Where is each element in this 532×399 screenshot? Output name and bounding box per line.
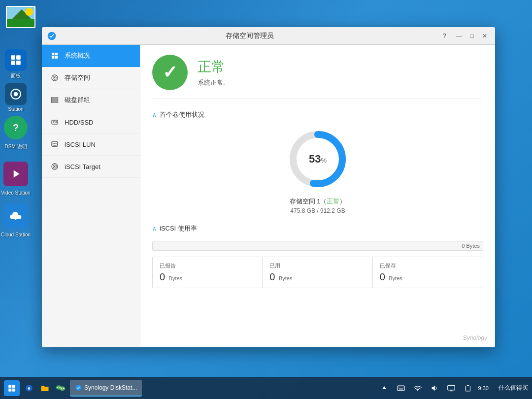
iscsi-used-unit: Bytes [279, 275, 293, 281]
svg-rect-12 [52, 53, 54, 55]
taskbar-wechat-icon[interactable] [54, 382, 67, 395]
taskbar-monitor-icon[interactable] [445, 382, 458, 395]
sidebar-item-hddssd[interactable]: HDD/SSD [42, 111, 140, 133]
iscsi-reported-unit: Bytes [169, 275, 183, 281]
sidebar-item-station[interactable]: Station [5, 83, 27, 112]
close-button[interactable]: ✕ [479, 31, 490, 41]
overview-icon [50, 51, 60, 61]
sidebar-item-iscsi-lun[interactable]: iSCSI LUN [42, 133, 140, 156]
dsm-icon[interactable]: ? [4, 116, 28, 139]
iscsi-reported-value: 0 Bytes [160, 271, 255, 283]
donut-chart: 53% [286, 127, 350, 191]
volume-section-header[interactable]: ∧ 首个卷使用状况 [152, 110, 483, 119]
status-main-label: 正常 [198, 58, 225, 76]
sidebar-label-diskgroup: 磁盘群组 [65, 96, 90, 104]
iscsi-used-value: 0 Bytes [269, 271, 365, 283]
svg-point-9 [14, 92, 18, 97]
iscsi-usage-bar: 0 Bytes [152, 241, 483, 251]
svg-rect-58 [466, 386, 470, 391]
svg-point-40 [57, 387, 58, 388]
donut-percent: 53 [309, 153, 321, 165]
status-ok-icon: ✓ [152, 55, 188, 90]
taskbar: e Synology DiskStat... [0, 377, 532, 399]
svg-marker-54 [432, 385, 434, 391]
taskbar-keyboard-icon[interactable] [395, 382, 407, 395]
window-icon [47, 31, 57, 41]
svg-point-43 [63, 388, 64, 389]
sidebar-label-iscsi-lun: iSCSI LUN [65, 141, 96, 148]
svg-rect-33 [12, 385, 15, 388]
svg-rect-13 [55, 53, 58, 55]
taskbar-start-button[interactable] [4, 380, 20, 396]
svg-marker-10 [14, 170, 20, 177]
svg-rect-32 [8, 385, 11, 388]
iscsi-stat-reported: 已报告 0 Bytes [153, 257, 263, 288]
hddssd-icon [50, 117, 60, 127]
status-text-block: 正常 系统正常. [198, 58, 225, 87]
minimize-button[interactable]: — [454, 31, 465, 41]
taskbar-clipboard-icon[interactable] [462, 382, 474, 395]
panel-icon-label: 面板 [11, 72, 21, 79]
taskbar-wifi-icon[interactable] [411, 382, 424, 395]
iscsi-stat-used: 已用 0 Bytes [263, 257, 372, 288]
taskbar-diskstation-label: Synology DiskStat... [84, 384, 137, 391]
taskbar-ie-icon[interactable]: e [23, 382, 35, 395]
status-section: ✓ 正常 系统正常. [152, 55, 483, 99]
help-button[interactable]: ? [439, 31, 450, 41]
sidebar-item-iscsi-target[interactable]: iSCSI Target [42, 156, 140, 178]
svg-point-3 [25, 8, 33, 16]
iscsi-section-header[interactable]: ∧ iSCSI 使用率 [152, 224, 483, 233]
iscsi-bytes-label: 0 Bytes [462, 243, 480, 249]
iscsi-used-number: 0 [269, 271, 275, 282]
iscsi-saved-number: 0 [380, 271, 385, 282]
taskbar-folder-icon[interactable] [38, 382, 51, 395]
volume-status-label: 正常 [327, 198, 339, 205]
sidebar-item-overview[interactable]: 系统概况 [42, 45, 140, 67]
taskbar-chevron-icon[interactable] [378, 382, 391, 395]
svg-point-26 [52, 141, 58, 143]
svg-rect-55 [447, 385, 454, 390]
iscsi-arrow-icon: ∧ [152, 225, 157, 232]
volume-section-title: 首个卷使用状况 [160, 110, 204, 119]
volume-arrow-icon: ∧ [152, 111, 157, 118]
desktop: 面板 Station ? DSM 说明 Video Station [0, 0, 532, 399]
svg-rect-7 [16, 61, 21, 65]
iscsi-reported-number: 0 [160, 271, 165, 282]
svg-point-18 [54, 77, 56, 79]
svg-point-23 [56, 122, 57, 123]
iscsi-reported-label: 已报告 [160, 262, 255, 269]
sidebar-item-storage[interactable]: 存储空间 [42, 67, 140, 89]
svg-rect-6 [11, 61, 15, 65]
sidebar-item-panel[interactable]: 面板 [5, 49, 27, 79]
window-title: 存储空间管理员 [61, 32, 439, 40]
storage-manager-window: 存储空间管理员 ? — □ ✕ [42, 27, 495, 347]
dsm-icon-label: DSM 说明 [5, 143, 27, 150]
cloud-station-icon[interactable] [3, 203, 28, 228]
sidebar-label-iscsi-target: iSCSI Target [65, 163, 100, 170]
svg-point-39 [60, 386, 65, 391]
volume-name: 存储空间 1（正常） [290, 197, 346, 206]
window-controls: — □ ✕ [454, 31, 490, 41]
maximize-button[interactable]: □ [466, 31, 477, 41]
storage-icon [50, 73, 60, 83]
sidebar-label-overview: 系统概况 [65, 51, 90, 60]
svg-marker-45 [382, 386, 386, 389]
svg-point-41 [60, 387, 61, 388]
sidebar: 系统概况 存储空间 [42, 45, 140, 347]
volume-size: 475.8 GB / 912.2 GB [290, 207, 345, 214]
video-station-icon[interactable] [3, 162, 28, 186]
desktop-photo [6, 6, 35, 28]
taskbar-right-area: 9:30 什么值得买 [378, 382, 528, 395]
station-icon-label: Station [8, 106, 23, 112]
svg-rect-34 [8, 388, 11, 391]
sidebar-item-diskgroup[interactable]: 磁盘群组 [42, 89, 140, 111]
iscsi-lun-icon [50, 139, 60, 149]
svg-rect-5 [16, 55, 21, 60]
status-sub-label: 系统正常. [198, 78, 225, 87]
taskbar-volume-icon[interactable] [428, 382, 441, 395]
iscsi-saved-label: 已保存 [380, 262, 476, 269]
taskbar-diskstation-item[interactable]: Synology DiskStat... [70, 380, 142, 397]
window-body: 系统概况 存储空间 [42, 45, 495, 347]
svg-point-53 [417, 390, 418, 391]
iscsi-section-title: iSCSI 使用率 [160, 224, 197, 233]
